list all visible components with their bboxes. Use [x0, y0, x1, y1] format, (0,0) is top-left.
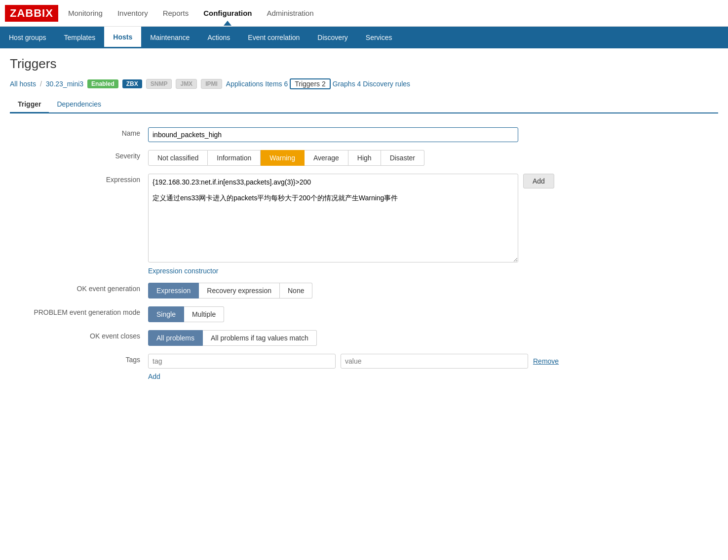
ipmi-badge: IPMI	[201, 79, 222, 89]
trigger-form: Name Severity Not classified Information…	[10, 123, 718, 384]
nav-monitoring[interactable]: Monitoring	[68, 9, 103, 17]
ok-event-button-group: Expression Recovery expression None	[148, 283, 718, 299]
all-hosts-link[interactable]: All hosts	[10, 80, 36, 88]
triggers-tab-link[interactable]: Triggers 2	[290, 78, 331, 89]
severity-disaster[interactable]: Disaster	[381, 150, 424, 166]
host-tab-bar: Applications Items 6 Triggers 2 Graphs 4…	[226, 78, 410, 89]
discovery-rules-tab-link[interactable]: Discovery rules	[363, 80, 410, 88]
subnav-discovery[interactable]: Discovery	[308, 27, 356, 48]
expression-wrapper: {192.168.30.23:net.if.in[ens33,packets].…	[148, 174, 718, 264]
problem-mode-multiple[interactable]: Multiple	[184, 306, 224, 322]
ok-closes-tag-match[interactable]: All problems if tag values match	[203, 330, 317, 346]
expression-textarea[interactable]: {192.168.30.23:net.if.in[ens33,packets].…	[148, 174, 518, 262]
ok-event-row: OK event generation Expression Recovery …	[10, 279, 718, 302]
ok-event-none[interactable]: None	[280, 283, 312, 299]
nav-configuration[interactable]: Configuration	[203, 9, 252, 17]
severity-high[interactable]: High	[348, 150, 381, 166]
zbx-badge: ZBX	[122, 79, 142, 88]
nav-administration[interactable]: Administration	[267, 9, 314, 17]
applications-tab-link[interactable]: Applications	[226, 80, 264, 88]
status-enabled-badge: Enabled	[87, 79, 118, 88]
severity-label: Severity	[10, 146, 148, 170]
severity-information[interactable]: Information	[208, 150, 261, 166]
severity-average[interactable]: Average	[305, 150, 348, 166]
breadcrumb-separator: /	[40, 80, 42, 88]
ok-event-expression[interactable]: Expression	[148, 283, 199, 299]
ok-closes-button-group: All problems All problems if tag values …	[148, 330, 718, 346]
form-tabs: Trigger Dependencies	[10, 96, 718, 113]
expression-add-button[interactable]: Add	[523, 174, 554, 188]
nav-reports[interactable]: Reports	[163, 9, 189, 17]
tags-label: Tags	[10, 350, 148, 384]
remove-tag-link[interactable]: Remove	[533, 357, 559, 365]
jmx-badge: JMX	[176, 79, 197, 89]
tab-trigger[interactable]: Trigger	[10, 96, 49, 113]
subnav-actions[interactable]: Actions	[198, 27, 239, 48]
items-tab-link[interactable]: Items 6	[265, 80, 288, 88]
add-tag-link[interactable]: Add	[148, 373, 160, 380]
problem-mode-single[interactable]: Single	[148, 306, 184, 322]
subnav-maintenance[interactable]: Maintenance	[141, 27, 198, 48]
name-row: Name	[10, 123, 718, 146]
ok-closes-all-problems[interactable]: All problems	[148, 330, 203, 346]
subnav-services[interactable]: Services	[357, 27, 401, 48]
subnav-hosts[interactable]: Hosts	[104, 27, 141, 48]
tag-input-row: Remove	[148, 354, 718, 369]
subnav-hostgroups[interactable]: Host groups	[0, 27, 55, 48]
ok-event-label: OK event generation	[10, 279, 148, 302]
expression-row: Expression {192.168.30.23:net.if.in[ens3…	[10, 170, 718, 279]
severity-row: Severity Not classified Information Warn…	[10, 146, 718, 170]
problem-mode-label: PROBLEM event generation mode	[10, 302, 148, 326]
ok-closes-row: OK event closes All problems All problem…	[10, 326, 718, 350]
expression-constructor-link[interactable]: Expression constructor	[148, 267, 718, 275]
graphs-tab-link[interactable]: Graphs 4	[333, 80, 361, 88]
tags-row: Tags Remove Add	[10, 350, 718, 384]
hostname-link[interactable]: 30.23_mini3	[46, 80, 83, 88]
severity-not-classified[interactable]: Not classified	[148, 150, 208, 166]
problem-mode-button-group: Single Multiple	[148, 306, 718, 322]
tab-dependencies[interactable]: Dependencies	[49, 96, 109, 112]
value-input[interactable]	[341, 354, 528, 369]
subnav-templates[interactable]: Templates	[55, 27, 104, 48]
severity-button-group: Not classified Information Warning Avera…	[148, 150, 718, 166]
severity-warning[interactable]: Warning	[261, 150, 305, 166]
subnav-eventcorrelation[interactable]: Event correlation	[239, 27, 308, 48]
ok-event-recovery[interactable]: Recovery expression	[199, 283, 280, 299]
name-label: Name	[10, 123, 148, 146]
nav-inventory[interactable]: Inventory	[117, 9, 148, 17]
snmp-badge: SNMP	[146, 79, 172, 89]
page-title: Triggers	[10, 56, 718, 72]
expression-label: Expression	[10, 170, 148, 279]
zabbix-logo: ZABBIX	[5, 5, 58, 22]
problem-mode-row: PROBLEM event generation mode Single Mul…	[10, 302, 718, 326]
name-input[interactable]	[148, 127, 518, 142]
ok-closes-label: OK event closes	[10, 326, 148, 350]
tag-input[interactable]	[148, 354, 336, 369]
host-info-bar: All hosts / 30.23_mini3 Enabled ZBX SNMP…	[10, 78, 718, 89]
